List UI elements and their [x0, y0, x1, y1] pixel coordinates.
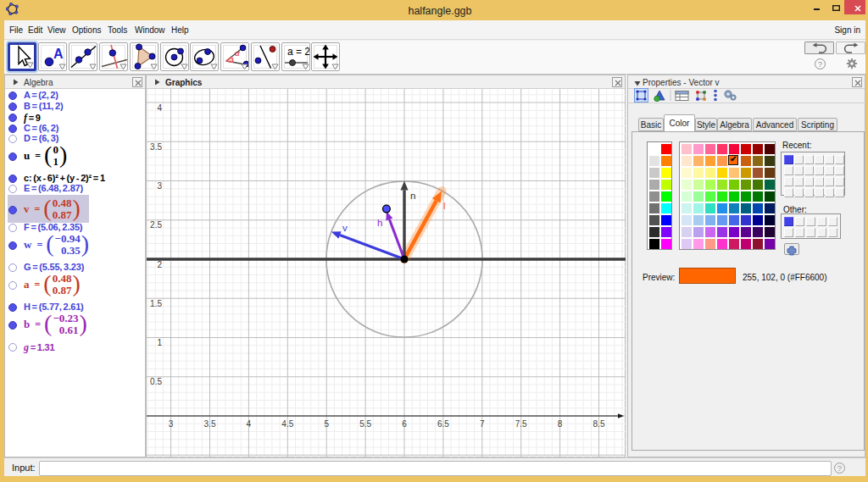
svg-text:v: v: [342, 223, 348, 233]
svg-text:7: 7: [480, 419, 485, 429]
svg-text:6.5: 6.5: [437, 419, 449, 429]
svg-text:1: 1: [157, 338, 162, 347]
svg-text:8.5: 8.5: [593, 419, 605, 429]
svg-text:2.5: 2.5: [150, 220, 162, 230]
svg-text:6: 6: [402, 419, 407, 429]
svg-text:h: h: [377, 218, 382, 228]
svg-text:l: l: [443, 201, 446, 211]
svg-text:n: n: [410, 191, 415, 201]
svg-text:1.5: 1.5: [150, 299, 162, 308]
svg-text:7.5: 7.5: [515, 419, 527, 429]
svg-text:3: 3: [169, 419, 174, 429]
svg-text:A: A: [53, 47, 64, 61]
svg-text:4.5: 4.5: [281, 419, 293, 429]
svg-text:4: 4: [157, 103, 162, 113]
svg-text:α: α: [235, 47, 240, 58]
svg-text:3.5: 3.5: [204, 419, 216, 429]
svg-text:5: 5: [324, 419, 329, 429]
svg-text:8: 8: [558, 419, 563, 429]
svg-text:5.5: 5.5: [359, 419, 371, 429]
svg-text:0.5: 0.5: [150, 377, 162, 386]
svg-text:3: 3: [157, 181, 162, 191]
svg-text:2: 2: [157, 260, 162, 269]
svg-text:4: 4: [247, 419, 252, 429]
svg-text:a = 2: a = 2: [287, 46, 309, 58]
svg-text:3.5: 3.5: [150, 142, 162, 152]
